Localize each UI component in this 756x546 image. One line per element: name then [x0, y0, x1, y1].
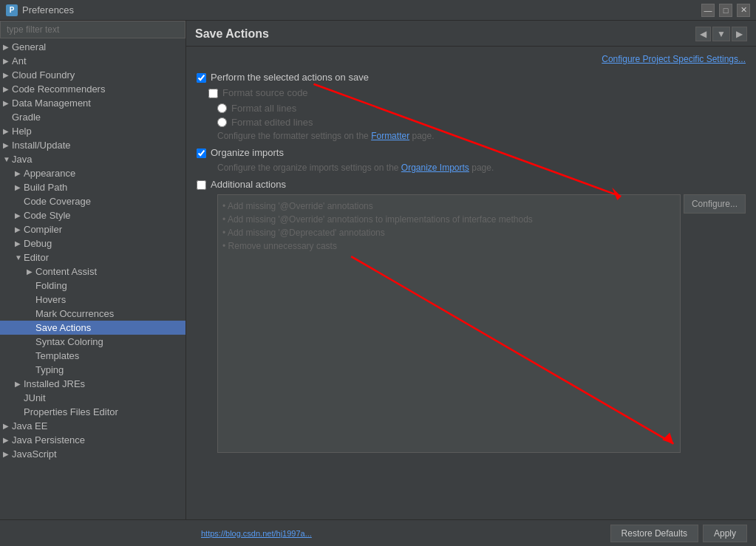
tree-arrow-code-recommenders: ▶	[3, 85, 12, 93]
sidebar-item-data-management[interactable]: ▶Data Management	[0, 96, 185, 110]
tree-arrow-ant: ▶	[3, 57, 12, 65]
sidebar-item-install-update[interactable]: ▶Install/Update	[0, 138, 185, 152]
sidebar-item-typing[interactable]: Typing	[0, 363, 185, 377]
maximize-button[interactable]: □	[719, 4, 732, 17]
sidebar-item-save-actions[interactable]: Save Actions	[0, 321, 185, 335]
sidebar-item-label-build-path: Build Path	[24, 182, 67, 193]
actions-list-item: Add missing '@Deprecated' annotations	[222, 226, 675, 239]
sidebar-item-folding[interactable]: Folding	[0, 279, 185, 293]
actions-list-item: Remove unnecessary casts	[222, 239, 675, 253]
close-button[interactable]: ✕	[737, 4, 750, 17]
sidebar-item-java-persistence[interactable]: ▶Java Persistence	[0, 433, 185, 447]
sidebar-item-label-syntax-coloring: Syntax Coloring	[35, 336, 103, 347]
sidebar-item-properties-files-editor[interactable]: Properties Files Editor	[0, 405, 185, 419]
sidebar-item-templates[interactable]: Templates	[0, 349, 185, 363]
tree-arrow-installed-jres: ▶	[15, 380, 24, 388]
format-all-lines-row: Format all lines	[217, 103, 746, 114]
content-body: Configure Project Specific Settings... P…	[186, 47, 756, 519]
tree-arrow-javascript: ▶	[3, 450, 12, 458]
sidebar-item-label-editor: Editor	[24, 252, 49, 263]
forward-button[interactable]: ▶	[732, 27, 747, 41]
sidebar-item-code-style[interactable]: ▶Code Style	[0, 208, 185, 222]
format-edited-lines-radio[interactable]	[217, 117, 227, 127]
sidebar-item-label-content-assist: Content Assist	[35, 266, 97, 277]
sidebar-item-label-java-ee: Java EE	[12, 420, 47, 431]
sidebar-item-label-properties-files-editor: Properties Files Editor	[24, 406, 118, 417]
bottom-bar: https://blog.csdn.net/hj1997a... Restore…	[0, 519, 756, 546]
main-container: ▶General▶Ant▶Cloud Foundry▶Code Recommen…	[0, 21, 756, 519]
organize-imports-checkbox[interactable]	[197, 149, 206, 158]
sidebar-item-label-installed-jres: Installed JREs	[24, 378, 85, 389]
nav-dropdown-button[interactable]: ▼	[712, 27, 730, 41]
sidebar-item-label-templates: Templates	[35, 350, 79, 361]
formatter-hint: Configure the formatter settings on the …	[217, 131, 746, 141]
sidebar: ▶General▶Ant▶Cloud Foundry▶Code Recommen…	[0, 21, 186, 519]
sidebar-item-code-coverage[interactable]: Code Coverage	[0, 194, 185, 208]
sidebar-item-mark-occurrences[interactable]: Mark Occurrences	[0, 307, 185, 321]
tree-arrow-appearance: ▶	[15, 169, 24, 177]
actions-list-container: Add missing '@Override' annotationsAdd m…	[217, 194, 746, 453]
format-source-label: Format source code	[222, 87, 308, 98]
sidebar-item-debug[interactable]: ▶Debug	[0, 236, 185, 250]
configure-project-link[interactable]: Configure Project Specific Settings...	[197, 54, 746, 64]
nav-buttons: ◀ ▼ ▶	[695, 27, 747, 41]
restore-defaults-button[interactable]: Restore Defaults	[610, 525, 698, 542]
sidebar-item-build-path[interactable]: ▶Build Path	[0, 180, 185, 194]
tree-arrow-install-update: ▶	[3, 141, 12, 149]
apply-button[interactable]: Apply	[703, 525, 747, 542]
sidebar-item-junit[interactable]: JUnit	[0, 391, 185, 405]
back-button[interactable]: ◀	[695, 27, 711, 41]
sidebar-item-label-gradle: Gradle	[12, 112, 41, 123]
sidebar-item-code-recommenders[interactable]: ▶Code Recommenders	[0, 82, 185, 96]
sidebar-item-javascript[interactable]: ▶JavaScript	[0, 447, 185, 461]
sidebar-item-label-code-coverage: Code Coverage	[24, 196, 91, 207]
window-controls[interactable]: — □ ✕	[701, 4, 750, 17]
additional-actions-checkbox[interactable]	[197, 180, 206, 190]
sidebar-item-label-install-update: Install/Update	[12, 140, 71, 151]
sidebar-item-gradle[interactable]: Gradle	[0, 110, 185, 124]
minimize-button[interactable]: —	[701, 4, 715, 17]
actions-list-item: Add missing '@Override' annotations to i…	[222, 213, 675, 226]
sidebar-item-label-javascript: JavaScript	[12, 448, 57, 460]
sidebar-item-ant[interactable]: ▶Ant	[0, 54, 185, 68]
title-bar: P Preferences — □ ✕	[0, 0, 756, 21]
sidebar-item-java[interactable]: ▼Java	[0, 152, 185, 166]
sidebar-item-installed-jres[interactable]: ▶Installed JREs	[0, 377, 185, 391]
content-area: Save Actions ◀ ▼ ▶ Configure Project Spe…	[186, 21, 756, 519]
sidebar-item-help[interactable]: ▶Help	[0, 124, 185, 138]
sidebar-item-appearance[interactable]: ▶Appearance	[0, 166, 185, 180]
tree-arrow-debug: ▶	[15, 239, 24, 248]
app-icon: P	[6, 4, 18, 16]
perform-selected-checkbox[interactable]	[197, 73, 206, 83]
sidebar-item-general[interactable]: ▶General	[0, 40, 185, 54]
filter-input[interactable]	[0, 21, 185, 38]
organize-hint: Configure the organize imports settings …	[217, 163, 746, 173]
tree-container: ▶General▶Ant▶Cloud Foundry▶Code Recommen…	[0, 40, 185, 461]
organize-hint-text: Configure the organize imports settings …	[217, 163, 398, 173]
tree-arrow-java-ee: ▶	[3, 422, 12, 430]
format-all-lines-radio[interactable]	[217, 103, 227, 113]
tree-arrow-data-management: ▶	[3, 99, 12, 107]
title-bar-text: Preferences	[22, 4, 74, 16]
sidebar-item-label-code-recommenders: Code Recommenders	[12, 83, 105, 95]
tree-arrow-help: ▶	[3, 127, 12, 135]
content-header: Save Actions ◀ ▼ ▶	[186, 21, 756, 47]
format-source-checkbox[interactable]	[208, 89, 218, 98]
sidebar-item-label-compiler: Compiler	[24, 224, 62, 235]
formatter-hint2: page.	[412, 131, 434, 141]
sidebar-item-compiler[interactable]: ▶Compiler	[0, 222, 185, 236]
formatter-link[interactable]: Formatter	[371, 131, 409, 141]
sidebar-item-cloud-foundry[interactable]: ▶Cloud Foundry	[0, 68, 185, 82]
sidebar-item-label-cloud-foundry: Cloud Foundry	[12, 69, 75, 81]
sidebar-item-editor[interactable]: ▼Editor	[0, 250, 185, 265]
organize-hint2: page.	[471, 163, 494, 173]
configure-actions-button[interactable]: Configure...	[684, 194, 746, 214]
format-edited-lines-label: Format edited lines	[231, 117, 313, 128]
actions-list-item: Add missing '@Override' annotations	[222, 199, 675, 213]
sidebar-item-java-ee[interactable]: ▶Java EE	[0, 419, 185, 433]
sidebar-item-syntax-coloring[interactable]: Syntax Coloring	[0, 335, 185, 349]
sidebar-item-hovers[interactable]: Hovers	[0, 293, 185, 307]
organize-imports-link[interactable]: Organize Imports	[401, 163, 469, 173]
blog-link[interactable]: https://blog.csdn.net/hj1997a...	[201, 529, 312, 538]
sidebar-item-content-assist[interactable]: ▶Content Assist	[0, 265, 185, 279]
